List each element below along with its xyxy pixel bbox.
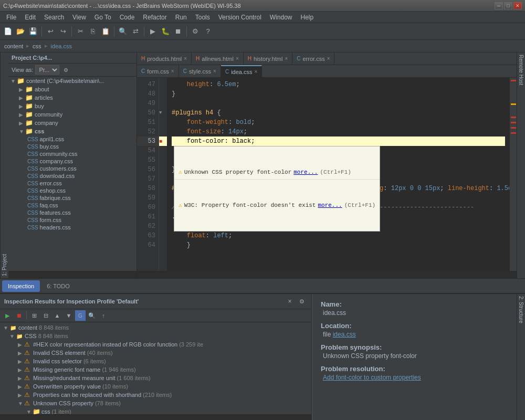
gutter-error-4[interactable] — [511, 127, 516, 129]
tab-close-button[interactable]: × — [184, 56, 187, 61]
sidebar-hscroll[interactable] — [8, 271, 136, 278]
code-content[interactable]: height: 6.5em; } #plugins h4 { font-weig… — [167, 78, 509, 271]
ins-settings-btn[interactable]: ⚙ — [297, 296, 307, 307]
fold-icon-50[interactable]: ▼ — [159, 108, 167, 118]
ins-item-overwritten[interactable]: ▶ ⚠ Overwritten property value (10 items… — [1, 382, 310, 391]
tree-item-customers-css[interactable]: CSS customers.css — [8, 165, 136, 172]
redo-button[interactable]: ↪ — [57, 26, 69, 37]
gutter-warning-marker[interactable] — [511, 103, 516, 105]
replace-button[interactable]: ⇄ — [130, 26, 141, 37]
gutter-error-marker[interactable] — [511, 80, 516, 81]
tree-item-community-css[interactable]: CSS community.css — [8, 150, 136, 158]
ins-item-invalid-selector[interactable]: ▶ ⚠ Invalid css selector (6 items) — [1, 357, 310, 365]
debug-button[interactable]: 🐛 — [160, 26, 171, 37]
ins-item-css[interactable]: ▼ 📁 CSS 8 848 items — [1, 332, 310, 340]
tab-close-button[interactable]: × — [327, 56, 330, 61]
tree-item-community[interactable]: ▶ 📁 community — [8, 110, 136, 119]
tree-item-company[interactable]: ▶ 📁 company — [8, 119, 136, 127]
ins-item-css-folder[interactable]: ▼ 📁 css (1 item) — [1, 407, 310, 414]
cut-button[interactable]: ✂ — [75, 26, 86, 37]
tree-item-form-css[interactable]: CSS form.css — [8, 216, 136, 224]
tree-item-features-css[interactable]: CSS features.css — [8, 209, 136, 216]
breadcrumb-idea-css[interactable]: idea.css — [51, 43, 72, 49]
tree-item-css[interactable]: ▼ 📁 css — [8, 127, 136, 135]
view-mode-select[interactable]: Pr... — [35, 65, 59, 75]
tab-close-button[interactable]: × — [236, 56, 239, 61]
ins-item-shorthand[interactable]: ▶ ⚠ Properties can be replaced with shor… — [1, 391, 310, 399]
menu-item-file[interactable]: File — [2, 12, 20, 23]
tree-item-faq-css[interactable]: CSS faq.css — [8, 202, 136, 209]
group-btn[interactable]: G — [75, 310, 86, 321]
menu-item-refactor[interactable]: Refactor — [139, 12, 171, 23]
tab-close-button[interactable]: × — [255, 69, 258, 75]
detail-resolution-link[interactable]: Add font-color to custom properties — [323, 374, 421, 381]
ins-item-content[interactable]: ▼ 📁 content 8 848 items — [1, 323, 310, 332]
run-button[interactable]: ▶ — [147, 26, 159, 37]
tab-inspection[interactable]: Inspection — [2, 280, 40, 292]
ins-item-hex[interactable]: ▶ ⚠ #HEX color representation instead of… — [1, 340, 310, 349]
tooltip-link-2[interactable]: more... — [318, 201, 342, 210]
menu-item-window[interactable]: Window — [266, 12, 297, 23]
filter-btn[interactable]: 🔍 — [87, 310, 97, 321]
detail-location-link[interactable]: idea.css — [333, 331, 356, 338]
stop-button[interactable]: ⏹ — [172, 26, 184, 37]
new-file-button[interactable]: 📄 — [2, 26, 14, 37]
find-button[interactable]: 🔍 — [117, 26, 129, 37]
menu-item-view[interactable]: View — [68, 12, 90, 23]
tree-item-april1-css[interactable]: CSS april1.css — [8, 135, 136, 143]
ins-item-unknown-css[interactable]: ▼ ⚠ Unknown CSS property (78 items) — [1, 399, 310, 407]
menu-item-search[interactable]: Search — [40, 12, 68, 23]
stop-inspection-btn[interactable]: ⏹ — [14, 310, 24, 321]
menu-item-run[interactable]: Run — [171, 12, 191, 23]
menu-item-edit[interactable]: Edit — [20, 12, 40, 23]
collapse-all-btn[interactable]: ⊟ — [40, 310, 51, 321]
tree-item-articles[interactable]: ▶ 📁 articles — [8, 93, 136, 102]
copy-button[interactable]: ⎘ — [87, 26, 99, 37]
open-button[interactable]: 📂 — [15, 26, 26, 37]
breadcrumb-css[interactable]: css — [33, 43, 41, 49]
tab-idea-css[interactable]: C idea.css × — [221, 65, 262, 77]
gutter-error-5[interactable] — [511, 132, 516, 134]
paste-button[interactable]: 📋 — [100, 26, 111, 37]
editor-hscroll[interactable] — [137, 271, 517, 278]
menu-item-go-to[interactable]: Go To — [90, 12, 116, 23]
tree-item-company-css[interactable]: CSS company.css — [8, 158, 136, 165]
run-inspection-btn[interactable]: ▶ — [2, 310, 13, 321]
next-btn[interactable]: ▼ — [64, 310, 74, 321]
tab-close-button[interactable]: × — [285, 56, 288, 61]
tree-item-error-css[interactable]: CSS error.css — [8, 180, 136, 187]
tab-form-css[interactable]: C form.css × — [137, 65, 179, 77]
tab-products-html[interactable]: H products.html × — [137, 52, 192, 65]
settings-button[interactable]: ⚙ — [190, 26, 201, 37]
undo-button[interactable]: ↩ — [45, 26, 56, 37]
export-btn[interactable]: ↑ — [98, 310, 109, 321]
ins-close-btn[interactable]: × — [285, 296, 295, 307]
menu-item-code[interactable]: Code — [116, 12, 139, 23]
tree-item-headers-css[interactable]: CSS headers.css — [8, 224, 136, 231]
inspection-hscroll[interactable] — [0, 414, 311, 420]
expand-all-btn[interactable]: ⊞ — [29, 310, 39, 321]
tab-error-css[interactable]: C error.css × — [292, 52, 334, 65]
gutter-error-2[interactable] — [511, 117, 516, 118]
prev-btn[interactable]: ▲ — [52, 310, 62, 321]
close-button[interactable]: ✕ — [513, 2, 522, 9]
tab-close-button[interactable]: × — [213, 68, 216, 74]
ins-item-measure[interactable]: ▶ ⚠ Missing/redundant measure unit (1 60… — [1, 374, 310, 382]
tree-item-buy-css[interactable]: CSS buy.css — [8, 143, 136, 150]
minimize-button[interactable]: ─ — [495, 2, 503, 9]
menu-item-tools[interactable]: Tools — [191, 12, 214, 23]
remote-host-label[interactable]: Remote Host — [517, 52, 525, 278]
tab-todo[interactable]: 6: TODO — [41, 280, 76, 292]
save-button[interactable]: 💾 — [27, 26, 39, 37]
code-editor[interactable]: 47 48 49 50 51 52 53 54 55 56 57 58 59 6… — [137, 78, 517, 271]
tree-item-about[interactable]: ▶ 📁 about — [8, 85, 136, 93]
structure-panel-label[interactable]: 2: Structure — [517, 294, 525, 420]
gutter-error-3[interactable] — [511, 122, 516, 123]
tab-close-button[interactable]: × — [171, 68, 174, 74]
tooltip-row-w3c[interactable]: ⚠ W3C: Property font-color doesn't exist… — [174, 198, 380, 212]
tooltip-row-unknown[interactable]: ⚠ Unknown CSS property font-color more..… — [174, 165, 380, 180]
tab-history-html[interactable]: H history.html × — [244, 52, 293, 65]
ins-item-invalid-css[interactable]: ▶ ⚠ Invalid CSS element (40 items) — [1, 349, 310, 357]
ins-item-font-name[interactable]: ▶ ⚠ Missing generic font name (1 946 ite… — [1, 365, 310, 374]
help-button[interactable]: ? — [202, 26, 214, 37]
